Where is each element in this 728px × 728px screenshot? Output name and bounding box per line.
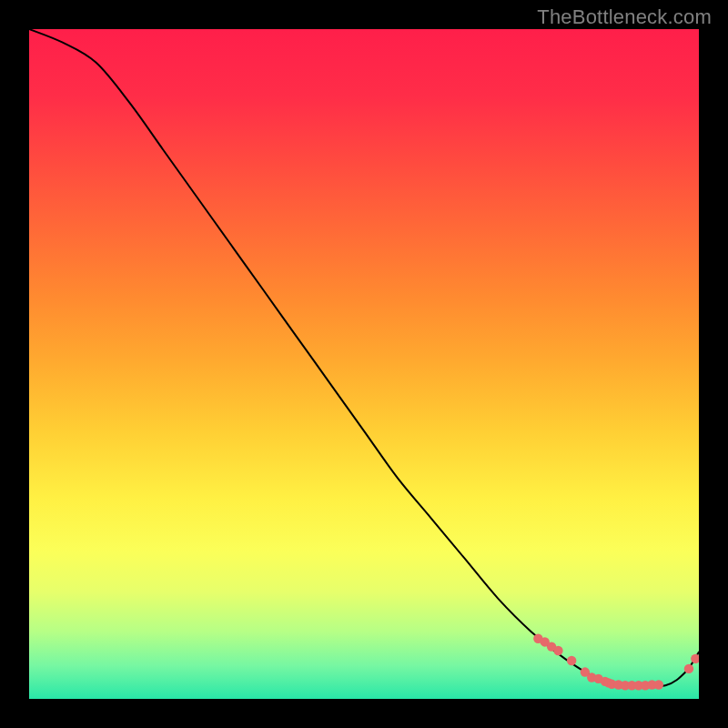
data-marker	[684, 664, 693, 673]
chart-stage: TheBottleneck.com	[0, 0, 728, 728]
bottleneck-curve	[29, 29, 699, 687]
data-marker	[567, 656, 576, 665]
data-marker	[553, 646, 562, 655]
plot-area	[29, 29, 699, 699]
watermark-text: TheBottleneck.com	[537, 5, 712, 29]
data-marker	[654, 680, 663, 689]
chart-svg	[29, 29, 699, 699]
